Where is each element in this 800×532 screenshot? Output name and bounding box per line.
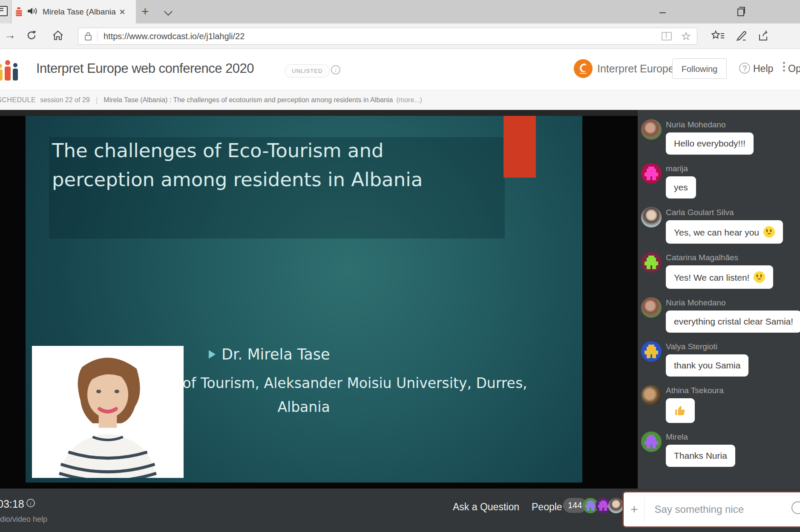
share-icon[interactable] — [757, 29, 770, 44]
url-field[interactable]: https://www.crowdcast.io/e/j1lahgli/22 ☆ — [78, 28, 697, 45]
avatar[interactable] — [641, 207, 662, 227]
slide-title: The challenges of Eco-Tourism and percep… — [52, 136, 427, 195]
browser-tab[interactable]: Mirela Tase (Albania × — [12, 0, 136, 23]
hub-favorites-icon[interactable] — [711, 29, 725, 44]
web-note-pen-icon[interactable] — [735, 29, 748, 44]
chat-input-box[interactable]: + — [622, 491, 800, 528]
window-restore-button[interactable] — [737, 9, 744, 16]
window-minimize-button[interactable] — [659, 12, 666, 13]
avatar[interactable] — [641, 385, 662, 405]
thumbs-up-emoji — [674, 406, 687, 416]
avatar[interactable] — [641, 252, 662, 273]
chat-message: Valya Stergioti thank you Samia — [641, 341, 800, 377]
avatar[interactable] — [641, 119, 662, 140]
chat-author: Nuria Mohedano — [666, 120, 754, 129]
slide-red-accent — [504, 116, 536, 178]
channel-name[interactable]: Interpret Europe — [597, 63, 674, 75]
favorite-star-icon[interactable]: ☆ — [681, 31, 691, 42]
session-timer: 03:18 — [0, 498, 24, 510]
chat-author: Athina Tsekoura — [666, 386, 724, 395]
chat-bubble — [666, 398, 695, 423]
help-icon[interactable]: ? — [739, 63, 750, 74]
schedule-session: session 22 of 29 — [40, 96, 90, 104]
chat-author: Mirela — [666, 432, 735, 442]
chat-author: Catarina Magalhães — [666, 253, 773, 262]
event-info-icon[interactable]: i — [331, 65, 340, 75]
people-button[interactable]: People — [532, 501, 562, 513]
event-header: Interpret Europe web conference 2020 UNL… — [0, 49, 800, 90]
chat-message: Nuria Mohedano Hello everybody!!! — [641, 119, 800, 155]
timer-info-icon[interactable]: i — [26, 499, 35, 507]
schedule-divider: | — [96, 96, 98, 105]
new-tab-button[interactable]: + — [141, 4, 149, 19]
chat-author: marija — [666, 164, 696, 173]
schedule-label[interactable]: SCHEDULE — [0, 96, 36, 104]
chat-bubble: everything cristal clear Samia! — [666, 311, 800, 333]
speaker-photo — [32, 346, 184, 478]
reading-view-icon[interactable] — [662, 32, 672, 40]
chat-panel[interactable]: Nuria Mohedano Hello everybody!!! marija… — [638, 110, 800, 489]
options-dots-icon[interactable] — [783, 62, 785, 73]
avatar[interactable] — [641, 297, 662, 318]
tab-list-chevron-icon[interactable] — [164, 7, 173, 16]
forward-icon[interactable]: → — [4, 29, 16, 42]
chat-bubble: yes — [666, 176, 696, 198]
following-button[interactable]: Following — [672, 58, 727, 79]
session-more-link[interactable]: (more...) — [396, 96, 422, 104]
help-label[interactable]: Help — [753, 63, 773, 75]
video-stage[interactable]: The challenges of Eco-Tourism and percep… — [0, 110, 638, 489]
tab-close-icon[interactable]: × — [119, 6, 125, 18]
slide-author-bullet: Dr. Mirela Tase — [209, 346, 330, 363]
slightly-smiling-emoji — [754, 271, 765, 283]
chat-author: Carla Goulart Silva — [666, 208, 783, 217]
crowdcast-logo[interactable] — [0, 59, 20, 81]
unlisted-badge: UNLISTED — [285, 64, 330, 78]
attach-plus-button[interactable]: + — [624, 502, 644, 517]
avatar[interactable] — [641, 341, 662, 362]
input-divider — [644, 497, 645, 522]
stage-top-strip — [0, 110, 638, 116]
presentation-slide: The challenges of Eco-Tourism and percep… — [26, 116, 582, 483]
people-avatar[interactable] — [608, 498, 624, 513]
browser-address-bar: → https://www.crowdcast.io/e/j1lahgli/22… — [0, 23, 800, 49]
bullet-triangle-icon — [209, 350, 216, 359]
chat-author: Nuria Mohedano — [666, 298, 800, 308]
set-aside-tabs-tile[interactable] — [0, 0, 12, 23]
chat-message: Nuria Mohedano everything cristal clear … — [641, 297, 800, 333]
bottom-bar: 03:18 i dio/video help Ask a Question Pe… — [0, 489, 800, 532]
audio-video-help-link[interactable]: dio/video help — [0, 515, 47, 524]
lock-icon — [78, 31, 98, 41]
slightly-smiling-emoji — [763, 226, 775, 238]
avatar[interactable] — [641, 431, 662, 452]
refresh-icon[interactable] — [26, 29, 37, 43]
chat-message: marija yes — [641, 163, 800, 198]
home-icon[interactable] — [52, 29, 64, 43]
chat-bubble: thank you Samia — [666, 354, 748, 377]
schedule-bar: SCHEDULE session 22 of 29 | Mirela Tase … — [0, 90, 800, 110]
ask-a-question-button[interactable]: Ask a Question — [453, 501, 519, 513]
avatar[interactable] — [641, 163, 662, 184]
chat-author: Valya Stergioti — [666, 342, 748, 351]
crowdcast-favicon — [16, 7, 22, 17]
channel-avatar[interactable] — [574, 59, 593, 78]
chat-message: Athina Tsekoura — [641, 385, 800, 423]
event-title: Interpret Europe web conference 2020 — [36, 61, 254, 76]
chat-bubble: Yes! We can listen! — [666, 265, 773, 289]
options-label[interactable]: Opt — [788, 63, 800, 75]
tab-title: Mirela Tase (Albania — [43, 7, 118, 17]
chat-message: Catarina Magalhães Yes! We can listen! — [641, 252, 800, 289]
tab-audio-icon[interactable] — [27, 6, 38, 17]
chat-bubble: Yes, we can hear you — [666, 220, 783, 244]
chat-message-input[interactable] — [654, 503, 762, 516]
session-title: Mirela Tase (Albania) : The challenges o… — [104, 96, 393, 104]
chat-bubble: Hello everybody!!! — [666, 132, 754, 155]
tab-preview-icon — [0, 6, 8, 16]
url-text[interactable]: https://www.crowdcast.io/e/j1lahgli/22 — [98, 32, 662, 41]
chat-message: Mirela Thanks Nuria — [641, 431, 800, 467]
browser-tab-bar: Mirela Tase (Albania × + — [0, 0, 800, 23]
chat-message: Carla Goulart Silva Yes, we can hear you — [641, 207, 800, 244]
chat-bubble: Thanks Nuria — [666, 445, 735, 467]
